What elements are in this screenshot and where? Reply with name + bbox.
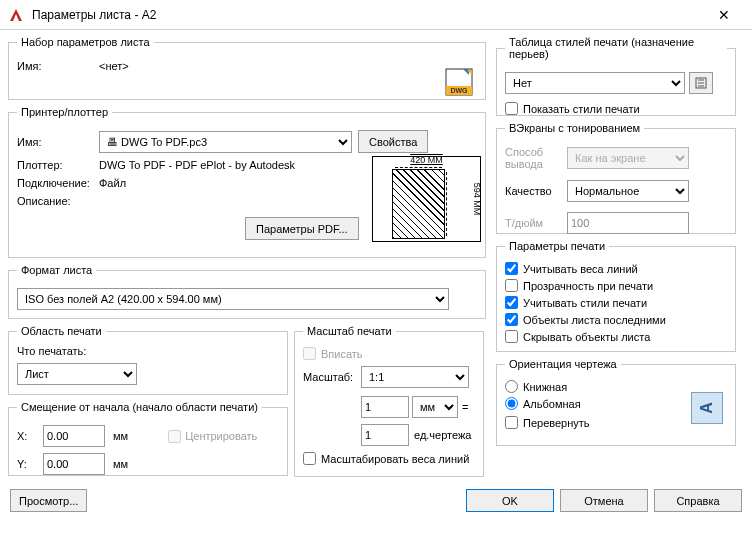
dwg-icon: DWG — [443, 66, 475, 98]
trans-label: Прозрачность при печати — [523, 280, 653, 292]
styles-label: Учитывать стили печати — [523, 297, 647, 309]
scale-denom-input[interactable] — [361, 424, 409, 446]
page-setup-group: Набор параметров листа Имя: <нет> DWG — [8, 36, 486, 100]
close-button[interactable]: ✕ — [704, 0, 744, 30]
desc-label: Описание: — [17, 195, 99, 207]
scale-group: Масштаб печати Вписать Масштаб: 1:1 мм = — [294, 325, 484, 477]
quality-label: Качество — [505, 185, 567, 197]
page-setup-legend: Набор параметров листа — [17, 36, 154, 48]
plotter-value: DWG To PDF - PDF ePlot - by Autodesk — [99, 159, 295, 171]
landscape-label: Альбомная — [523, 398, 581, 410]
lw-label: Учитывать веса линий — [523, 263, 638, 275]
dpi-input — [567, 212, 689, 234]
paper-legend: Формат листа — [17, 264, 96, 276]
style-table-legend: Таблица стилей печати (назначение перьев… — [505, 36, 727, 60]
ok-button[interactable]: OK — [466, 489, 554, 512]
show-styles-label: Показать стили печати — [523, 103, 640, 115]
offset-x-label: X: — [17, 430, 43, 442]
center-label: Центрировать — [185, 430, 257, 442]
connect-value: Файл — [99, 177, 126, 189]
offset-x-input[interactable] — [43, 425, 105, 447]
style-table-group: Таблица стилей печати (назначение перьев… — [496, 36, 736, 116]
shade-mode-label: Способ вывода — [505, 146, 567, 170]
show-styles-checkbox[interactable] — [505, 102, 518, 115]
lw-checkbox[interactable] — [505, 262, 518, 275]
offset-y-label: Y: — [17, 458, 43, 470]
fit-checkbox — [303, 347, 316, 360]
shaded-group: ВЭкраны с тонированием Способ вывода Как… — [496, 122, 736, 234]
offset-legend: Смещение от начала (начало области печат… — [17, 401, 262, 413]
offset-y-unit: мм — [113, 458, 128, 470]
plotter-label: Плоттер: — [17, 159, 99, 171]
printer-name-select[interactable]: 🖶 DWG To PDF.pc3 — [99, 131, 352, 153]
preview-button[interactable]: Просмотр... — [10, 489, 87, 512]
options-legend: Параметры печати — [505, 240, 609, 252]
center-checkbox — [168, 430, 181, 443]
connect-label: Подключение: — [17, 177, 99, 189]
shaded-legend: ВЭкраны с тонированием — [505, 122, 644, 134]
page-setup-name-label: Имя: — [17, 60, 99, 72]
cancel-button[interactable]: Отмена — [560, 489, 648, 512]
options-group: Параметры печати Учитывать веса линий Пр… — [496, 240, 736, 352]
plot-area-select[interactable]: Лист — [17, 363, 137, 385]
portrait-radio[interactable] — [505, 380, 518, 393]
styles-checkbox[interactable] — [505, 296, 518, 309]
offset-group: Смещение от начала (начало области печат… — [8, 401, 288, 476]
svg-text:DWG: DWG — [450, 87, 468, 94]
equals-label: = — [462, 401, 468, 413]
paper-group: Формат листа ISO без полей A2 (420.00 x … — [8, 264, 486, 319]
app-icon — [8, 7, 24, 23]
quality-select[interactable]: Нормальное — [567, 180, 689, 202]
scale-lw-checkbox[interactable] — [303, 452, 316, 465]
orient-legend: Ориентация чертежа — [505, 358, 621, 370]
landscape-radio[interactable] — [505, 397, 518, 410]
last-label: Объекты листа последними — [523, 314, 666, 326]
printer-name-label: Имя: — [17, 136, 99, 148]
offset-y-input[interactable] — [43, 453, 105, 475]
upside-label: Перевернуть — [523, 417, 590, 429]
preview-height-label: 594 MM — [472, 183, 482, 216]
window-title: Параметры листа - A2 — [32, 8, 704, 22]
last-checkbox[interactable] — [505, 313, 518, 326]
portrait-label: Книжная — [523, 381, 567, 393]
shade-mode-select: Как на экране — [567, 147, 689, 169]
edit-style-button[interactable] — [689, 72, 713, 94]
scale-unit-select[interactable]: мм — [412, 396, 458, 418]
preview-width-label: 420 MM — [373, 155, 480, 165]
style-table-select[interactable]: Нет — [505, 72, 685, 94]
properties-button[interactable]: Свойства — [358, 130, 428, 153]
page-setup-name-value: <нет> — [99, 60, 129, 72]
printer-legend: Принтер/плоттер — [17, 106, 112, 118]
plot-area-group: Область печати Что печатать: Лист — [8, 325, 288, 395]
scale-legend: Масштаб печати — [303, 325, 396, 337]
plot-area-what-label: Что печатать: — [17, 345, 279, 357]
offset-x-unit: мм — [113, 430, 128, 442]
scale-num-input[interactable] — [361, 396, 409, 418]
help-button[interactable]: Справка — [654, 489, 742, 512]
scale-label: Масштаб: — [303, 371, 361, 383]
trans-checkbox[interactable] — [505, 279, 518, 292]
paper-select[interactable]: ISO без полей A2 (420.00 x 594.00 мм) — [17, 288, 449, 310]
drawing-units-label: ед.чертежа — [414, 429, 471, 441]
orient-group: Ориентация чертежа Книжная Альбомная Пер… — [496, 358, 736, 446]
orient-icon: A — [691, 392, 723, 424]
upside-checkbox[interactable] — [505, 416, 518, 429]
printer-group: Принтер/плоттер Имя: 🖶 DWG To PDF.pc3 Св… — [8, 106, 486, 258]
hide-checkbox[interactable] — [505, 330, 518, 343]
plot-area-legend: Область печати — [17, 325, 106, 337]
scale-lw-label: Масштабировать веса линий — [321, 453, 469, 465]
fit-label: Вписать — [321, 348, 363, 360]
pdf-params-button[interactable]: Параметры PDF... — [245, 217, 359, 240]
dpi-label: Т/дюйм — [505, 217, 567, 229]
hide-label: Скрывать объекты листа — [523, 331, 650, 343]
scale-select[interactable]: 1:1 — [361, 366, 469, 388]
paper-preview: 420 MM 594 MM — [372, 156, 481, 242]
